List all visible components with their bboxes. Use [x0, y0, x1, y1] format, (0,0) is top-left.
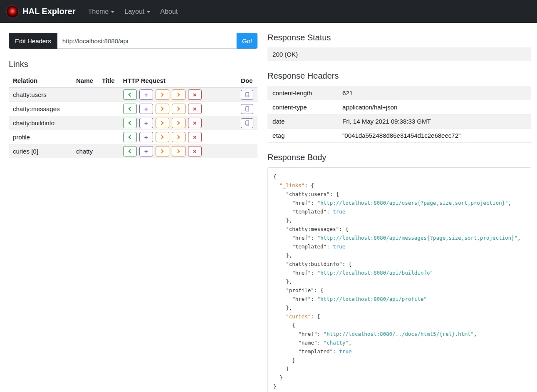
doc-button[interactable] [241, 104, 253, 114]
edit-headers-button[interactable]: Edit Headers [9, 33, 57, 49]
code-line: } [273, 382, 525, 391]
chevron-left-icon [129, 121, 133, 125]
links-table-body: chatty:users+×chatty:messages+×chatty:bu… [9, 87, 257, 158]
patch-button[interactable] [172, 146, 186, 156]
link-name [72, 116, 98, 130]
put-button[interactable] [156, 146, 169, 156]
doc-button[interactable] [241, 90, 253, 100]
doc-cell [237, 144, 257, 159]
url-input[interactable] [57, 33, 237, 49]
code-token: "href" [292, 270, 311, 276]
nav-item-theme[interactable]: Theme [83, 5, 119, 19]
chevron-right-icon [176, 149, 180, 154]
code-token: "href" [292, 296, 311, 302]
get-button[interactable] [123, 89, 137, 100]
patch-button[interactable] [172, 118, 186, 128]
response-header-row: content-length621 [267, 86, 531, 100]
code-token [273, 191, 286, 197]
code-token [273, 331, 298, 337]
chevron-left-icon [129, 93, 133, 97]
chevron-right-icon [176, 135, 180, 139]
get-button[interactable] [123, 146, 137, 156]
post-button[interactable]: + [139, 146, 153, 156]
code-token [273, 243, 292, 250]
code-token: , [474, 331, 477, 337]
code-token: "http://localhost:8080/api/users{?page,s… [317, 200, 508, 206]
patch-button[interactable] [172, 89, 186, 100]
code-token: "templated" [292, 243, 327, 250]
response-body-title: Response Body [267, 153, 531, 162]
chevron-right-icon [160, 107, 164, 111]
code-line: "templated": true [273, 347, 525, 356]
links-table-header: Relation Name Title HTTP Request Doc [9, 74, 257, 87]
get-button[interactable] [123, 104, 137, 114]
post-button[interactable]: + [139, 104, 153, 114]
request-bar: Edit Headers Go! [9, 33, 257, 49]
header-key: content-type [267, 100, 337, 114]
code-token: "templated" [298, 348, 333, 355]
book-icon [245, 120, 250, 126]
delete-button[interactable]: × [188, 118, 202, 128]
code-token [273, 200, 292, 206]
col-http-request: HTTP Request [119, 74, 237, 87]
code-line: "name": "chatty", [273, 338, 525, 347]
code-token [273, 348, 298, 355]
delete-button[interactable]: × [188, 89, 202, 100]
code-token: "templated" [292, 208, 327, 215]
col-doc: Doc [237, 74, 257, 87]
code-line: "chatty:buildinfo": { [273, 260, 525, 268]
delete-button[interactable]: × [188, 146, 202, 156]
delete-button[interactable]: × [188, 132, 202, 142]
caret-down-icon [111, 11, 114, 13]
code-token: : { [342, 261, 352, 267]
nav-item-layout[interactable]: Layout [119, 5, 155, 19]
code-token: "href" [298, 331, 317, 337]
get-button[interactable] [123, 118, 137, 128]
put-button[interactable] [156, 104, 169, 114]
chevron-left-icon [129, 107, 133, 111]
response-body-code: { "_links": { "chatty:users": { "href": … [273, 172, 525, 391]
put-button[interactable] [156, 118, 169, 128]
nav-item-about[interactable]: About [155, 5, 183, 19]
code-token: : { [330, 191, 339, 197]
link-relation: chatty:users [9, 87, 72, 102]
delete-button[interactable]: × [188, 104, 202, 114]
brand-link[interactable]: HAL Explorer [7, 6, 75, 17]
doc-cell [237, 116, 257, 130]
code-token: : { [314, 287, 324, 293]
code-token [273, 270, 292, 276]
code-line: "href": "http://localhost:8080/../docs/h… [273, 330, 525, 338]
code-line: ] [273, 365, 525, 373]
link-relation: curies [0] [9, 144, 72, 159]
code-token: }, [273, 278, 292, 285]
http-request-cell: +× [119, 130, 237, 144]
get-button[interactable] [123, 132, 137, 142]
header-value: 621 [337, 86, 531, 100]
link-row: chatty:users+× [9, 87, 257, 102]
code-line: "curies": [ [273, 312, 525, 321]
chevron-left-icon [129, 135, 133, 139]
put-button[interactable] [156, 89, 169, 100]
code-token: { [273, 322, 295, 328]
code-token: , [517, 235, 521, 241]
put-button[interactable] [156, 132, 169, 142]
link-name [72, 130, 98, 144]
code-token: "http://localhost:8080/../docs/html5/{re… [323, 331, 473, 337]
doc-button[interactable] [241, 118, 253, 128]
link-relation: chatty:messages [9, 102, 72, 116]
code-token: : { [339, 226, 349, 232]
go-button[interactable]: Go! [237, 33, 257, 49]
code-token: true [333, 243, 345, 250]
plus-icon: + [144, 148, 148, 154]
patch-button[interactable] [172, 132, 186, 142]
code-token [273, 287, 286, 293]
patch-button[interactable] [172, 104, 186, 114]
post-button[interactable]: + [139, 118, 153, 128]
code-token: } [273, 375, 283, 381]
book-icon [245, 106, 250, 112]
cross-icon: × [193, 106, 197, 112]
post-button[interactable]: + [139, 89, 153, 100]
post-button[interactable]: + [139, 132, 153, 142]
link-relation: profile [9, 130, 72, 144]
code-line: { [273, 172, 525, 181]
